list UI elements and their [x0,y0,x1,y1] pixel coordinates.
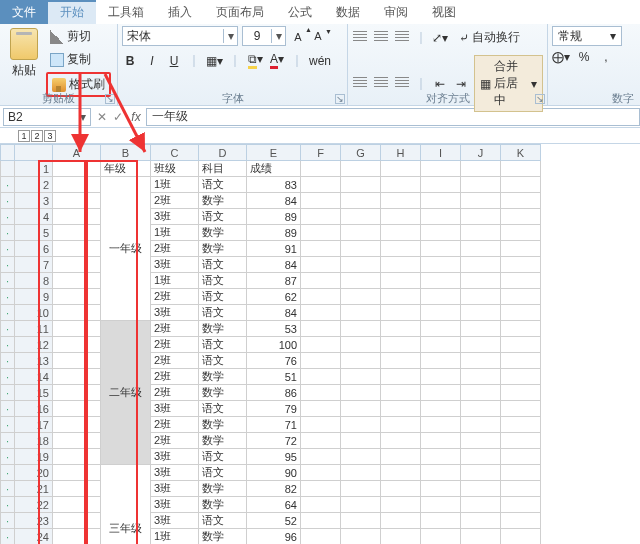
cell[interactable] [461,417,501,433]
cell[interactable] [381,369,421,385]
cell[interactable]: 96 [247,529,301,545]
cell[interactable] [421,225,461,241]
cell[interactable]: 90 [247,465,301,481]
name-box[interactable]: B2 ▾ [3,108,91,126]
cell[interactable] [341,161,381,177]
col-header-G[interactable]: G [341,145,381,161]
cell[interactable]: 3班 [151,305,199,321]
font-size-combo[interactable]: 9 ▾ [242,26,286,46]
cell[interactable]: 语文 [199,273,247,289]
increase-indent-button[interactable]: ⇥ [453,77,469,91]
cell[interactable] [421,513,461,529]
cell[interactable]: 语文 [199,401,247,417]
cell[interactable] [421,321,461,337]
cell[interactable] [301,401,341,417]
cell[interactable] [381,417,421,433]
cell[interactable] [301,257,341,273]
col-header-F[interactable]: F [301,145,341,161]
cell[interactable] [301,385,341,401]
cell[interactable]: 数学 [199,417,247,433]
cell[interactable] [301,289,341,305]
cell[interactable] [421,401,461,417]
cell[interactable] [341,497,381,513]
cell[interactable]: 2班 [151,241,199,257]
cell[interactable] [381,305,421,321]
cell[interactable]: 语文 [199,209,247,225]
bold-button[interactable]: B [122,54,138,68]
row-header[interactable]: 2 [15,177,53,193]
cell[interactable]: 64 [247,497,301,513]
outline-gutter[interactable]: · [1,449,15,465]
cell[interactable] [341,465,381,481]
cell[interactable] [301,321,341,337]
col-header-C[interactable]: C [151,145,199,161]
cell[interactable] [341,481,381,497]
cell[interactable] [301,369,341,385]
cell[interactable] [501,177,541,193]
cell[interactable] [53,225,101,241]
cell[interactable] [301,177,341,193]
cell[interactable] [501,529,541,545]
col-header-D[interactable]: D [199,145,247,161]
cell[interactable] [421,449,461,465]
row-header[interactable]: 8 [15,273,53,289]
cell[interactable] [341,321,381,337]
cell[interactable] [421,529,461,545]
cell[interactable] [341,417,381,433]
cell[interactable] [381,321,421,337]
cell[interactable] [501,209,541,225]
cell[interactable] [53,465,101,481]
row-header[interactable]: 16 [15,401,53,417]
cell[interactable] [461,209,501,225]
cell[interactable] [461,257,501,273]
cell[interactable] [53,401,101,417]
cell[interactable] [341,353,381,369]
cell[interactable] [53,497,101,513]
cell[interactable] [461,241,501,257]
row-header[interactable]: 21 [15,481,53,497]
outline-gutter[interactable]: · [1,497,15,513]
cell[interactable] [461,321,501,337]
cell[interactable] [501,449,541,465]
cell[interactable]: 语文 [199,257,247,273]
row-header[interactable]: 6 [15,241,53,257]
align-bottom-button[interactable] [394,31,410,45]
cell[interactable]: 2班 [151,433,199,449]
cell[interactable]: 数学 [199,193,247,209]
cell[interactable]: 年级 [101,161,151,177]
cell[interactable] [53,321,101,337]
cell[interactable] [461,305,501,321]
outline-gutter[interactable]: · [1,337,15,353]
cell[interactable]: 53 [247,321,301,337]
cell[interactable]: 数学 [199,225,247,241]
cell[interactable] [461,449,501,465]
cell[interactable]: 2班 [151,289,199,305]
cell[interactable] [341,305,381,321]
row-header[interactable]: 7 [15,257,53,273]
outline-level-1[interactable]: 1 [18,130,30,142]
menu-home[interactable]: 开始 [48,0,96,24]
cell[interactable]: 1班 [151,177,199,193]
italic-button[interactable]: I [144,54,160,68]
cell[interactable]: 51 [247,369,301,385]
cell-grade[interactable]: 一年级 [101,177,151,321]
cell[interactable] [381,241,421,257]
cell[interactable]: 数学 [199,481,247,497]
cell[interactable] [461,433,501,449]
cell[interactable]: 2班 [151,193,199,209]
currency-button[interactable]: ⨁▾ [552,50,570,64]
row-header[interactable]: 5 [15,225,53,241]
menu-formula[interactable]: 公式 [276,0,324,24]
cell[interactable] [53,369,101,385]
cell[interactable] [461,273,501,289]
cell[interactable]: 数学 [199,529,247,545]
cell[interactable] [381,401,421,417]
col-header-E[interactable]: E [247,145,301,161]
cell[interactable]: 2班 [151,369,199,385]
cell[interactable] [53,193,101,209]
cell[interactable] [301,513,341,529]
align-left-button[interactable] [352,77,368,91]
menu-insert[interactable]: 插入 [156,0,204,24]
decrease-indent-button[interactable]: ⇤ [432,77,448,91]
cell[interactable] [421,161,461,177]
